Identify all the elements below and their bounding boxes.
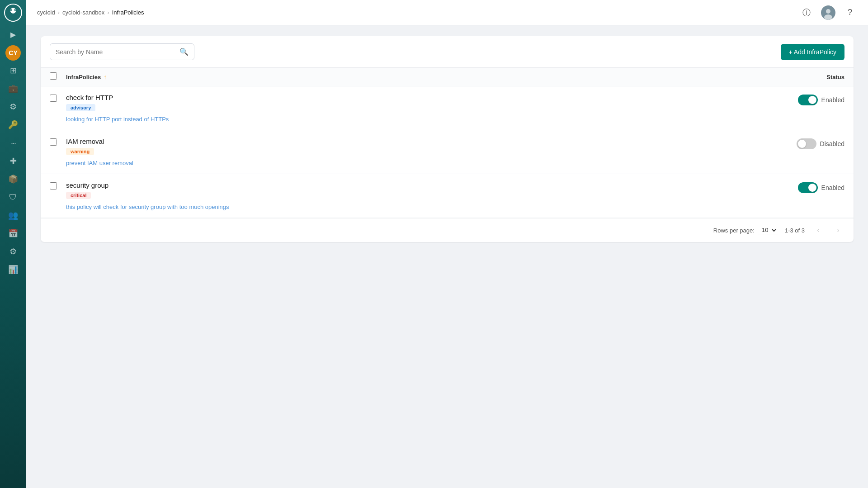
row-3-toggle[interactable] — [798, 182, 818, 193]
row-3-status: Enabled — [772, 181, 844, 193]
row-1-badge: advisory — [66, 104, 95, 111]
row-2-body: IAM removal warning prevent IAM user rem… — [66, 137, 772, 166]
sidebar-item-add[interactable]: ✚ — [5, 153, 21, 169]
select-all-checkbox[interactable] — [50, 72, 57, 80]
infra-policies-card: 🔍 + Add InfraPolicy InfraPolicies ↑ Stat… — [41, 36, 854, 242]
sort-arrow-icon[interactable]: ↑ — [104, 73, 107, 81]
sidebar-item-projects[interactable]: 💼 — [5, 81, 21, 97]
breadcrumb-sep-2: › — [107, 9, 109, 16]
sidebar-item-reports[interactable]: 📊 — [5, 261, 21, 278]
svg-point-4 — [10, 9, 11, 10]
row-1-status-label: Enabled — [821, 96, 844, 104]
row-3-title[interactable]: security group — [66, 181, 772, 189]
svg-point-5 — [14, 9, 15, 10]
breadcrumb-sep-1: › — [58, 9, 60, 16]
row-3-checkbox[interactable] — [50, 182, 57, 190]
row-1-description: looking for HTTP port instead of HTTPs — [66, 116, 772, 123]
sidebar-item-secrets[interactable]: 🔑 — [5, 117, 21, 133]
row-2-toggle[interactable] — [797, 138, 816, 149]
search-icon: 🔍 — [179, 47, 189, 56]
card-toolbar: 🔍 + Add InfraPolicy — [41, 36, 854, 68]
sidebar-expand-button[interactable]: ▶ — [6, 27, 20, 42]
row-2-title[interactable]: IAM removal — [66, 137, 772, 145]
row-1-status: Enabled — [772, 94, 844, 105]
row-1-toggle-knob — [808, 96, 816, 104]
sidebar-item-infra[interactable]: 🛡 — [5, 189, 21, 205]
next-page-button[interactable]: › — [832, 224, 844, 237]
sidebar: ▶ CY ⊞ 💼 ⚙ 🔑 ··· ✚ 📦 🛡 👥 📅 ⚙ 📊 — [0, 0, 26, 488]
breadcrumb-sandbox[interactable]: cycloid-sandbox — [62, 9, 104, 16]
row-1-toggle[interactable] — [798, 95, 818, 105]
page-info: 1-3 of 3 — [785, 227, 805, 234]
pagination: Rows per page: 5 10 25 50 1-3 of 3 ‹ › — [41, 218, 854, 242]
row-3-toggle-knob — [808, 184, 816, 192]
row-1-checkbox[interactable] — [50, 95, 57, 102]
prev-page-button[interactable]: ‹ — [812, 224, 825, 237]
table-header: InfraPolicies ↑ Status — [41, 68, 854, 86]
search-box[interactable]: 🔍 — [50, 43, 194, 60]
sidebar-logo[interactable] — [4, 4, 22, 22]
help-icon[interactable]: ? — [843, 5, 857, 20]
sidebar-item-deployments[interactable]: 📦 — [5, 171, 21, 187]
row-2-status-label: Disabled — [820, 140, 844, 147]
row-2-checkbox[interactable] — [50, 138, 57, 146]
sidebar-item-events[interactable]: 📅 — [5, 225, 21, 242]
row-1-title[interactable]: check for HTTP — [66, 94, 772, 101]
topbar-actions: ⓘ ? — [799, 5, 857, 20]
row-3-check — [50, 181, 66, 191]
table-row: IAM removal warning prevent IAM user rem… — [41, 130, 854, 174]
row-2-check — [50, 137, 66, 147]
page-content: 🔍 + Add InfraPolicy InfraPolicies ↑ Stat… — [26, 25, 868, 488]
breadcrumb-cycloid[interactable]: cycloid — [37, 9, 55, 16]
row-2-status: Disabled — [772, 137, 844, 149]
sidebar-item-settings[interactable]: ⚙ — [5, 243, 21, 260]
notifications-icon[interactable]: ⓘ — [799, 5, 814, 20]
row-3-body: security group critical this policy will… — [66, 181, 772, 210]
table-row: security group critical this policy will… — [41, 174, 854, 218]
add-infrapolicy-button[interactable]: + Add InfraPolicy — [781, 44, 844, 60]
sidebar-item-active[interactable]: CY — [5, 45, 21, 61]
row-3-status-label: Enabled — [821, 184, 844, 191]
column-status-header: Status — [772, 74, 844, 81]
breadcrumb-current: InfraPolicies — [112, 9, 144, 16]
row-1-check — [50, 94, 66, 104]
main-content: cycloid › cycloid-sandbox › InfraPolicie… — [26, 0, 868, 488]
search-input[interactable] — [56, 48, 176, 56]
row-3-description: this policy will check for security grou… — [66, 204, 772, 210]
sidebar-item-dashboard[interactable]: ⊞ — [5, 62, 21, 79]
column-name-header: InfraPolicies ↑ — [66, 73, 772, 81]
breadcrumb: cycloid › cycloid-sandbox › InfraPolicie… — [37, 9, 796, 16]
header-check — [50, 72, 66, 81]
sidebar-item-environments[interactable]: ⚙ — [5, 99, 21, 115]
rows-per-page: Rows per page: 5 10 25 50 — [713, 226, 778, 234]
row-2-toggle-knob — [798, 140, 806, 148]
row-1-body: check for HTTP advisory looking for HTTP… — [66, 94, 772, 123]
svg-point-8 — [824, 14, 832, 20]
sidebar-item-pipelines[interactable]: ··· — [5, 135, 21, 151]
rows-per-page-select[interactable]: 5 10 25 50 — [758, 226, 778, 234]
topbar: cycloid › cycloid-sandbox › InfraPolicie… — [26, 0, 868, 25]
svg-point-7 — [826, 9, 830, 14]
table-row: check for HTTP advisory looking for HTTP… — [41, 86, 854, 130]
rows-per-page-label: Rows per page: — [713, 227, 755, 234]
row-3-badge: critical — [66, 192, 91, 199]
user-avatar[interactable] — [821, 5, 835, 20]
sidebar-item-teams[interactable]: 👥 — [5, 207, 21, 223]
row-2-badge: warning — [66, 148, 94, 155]
row-2-description: prevent IAM user removal — [66, 160, 772, 166]
